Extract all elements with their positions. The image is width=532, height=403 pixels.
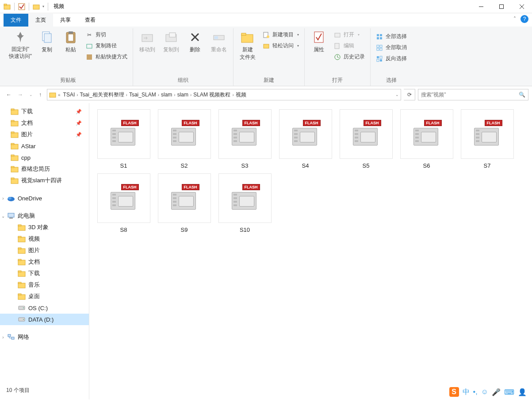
nav-quick-item[interactable]: 文档📌 <box>0 117 89 129</box>
nav-pc-item[interactable]: 下载 <box>0 268 89 279</box>
svg-rect-51 <box>11 143 14 145</box>
breadcrumb-item[interactable]: TSAI <box>62 92 76 98</box>
ime-user-icon[interactable]: 👤 <box>518 388 527 396</box>
ime-toolbar[interactable]: S 中 •, ☺ 🎤 ⌨ 👤 <box>449 387 527 397</box>
search-input[interactable] <box>421 92 519 98</box>
nav-pc-item[interactable]: 视频 <box>0 233 89 245</box>
new-folder-button[interactable]: 新建 文件夹 <box>236 28 259 63</box>
file-item[interactable]: FLASHS1 <box>94 109 153 169</box>
nav-quick-item[interactable]: AStar <box>0 140 89 152</box>
ime-punct-icon[interactable]: •, <box>473 388 478 396</box>
nav-quick-item[interactable]: cpp <box>0 152 89 163</box>
ime-mic-icon[interactable]: 🎤 <box>492 388 501 396</box>
ime-keyboard-icon[interactable]: ⌨ <box>504 388 514 396</box>
up-button[interactable]: ↑ <box>39 92 42 98</box>
rename-button[interactable]: 重命名 <box>207 28 230 55</box>
paste-button[interactable]: 粘贴 <box>59 28 82 55</box>
cut-button[interactable]: ✂剪切 <box>84 30 129 39</box>
breadcrumb-item[interactable]: slam <box>160 92 173 98</box>
history-button[interactable]: 历史记录 <box>332 52 367 61</box>
svg-rect-3 <box>33 5 39 9</box>
file-item[interactable]: FLASHS6 <box>397 109 456 169</box>
invert-selection-button[interactable]: 反向选择 <box>374 54 409 63</box>
file-view[interactable]: FLASHS1FLASHS2FLASHS3FLASHS4FLASHS5FLASH… <box>89 103 532 399</box>
open-button[interactable]: 打开▾ <box>332 30 367 39</box>
help-icon[interactable]: ? <box>521 15 528 23</box>
breadcrumb-item[interactable]: Tsai_SLAM <box>128 92 157 98</box>
nav-pc-item[interactable]: 3D 对象 <box>0 222 89 233</box>
addr-dropdown-icon[interactable]: ⌄ <box>395 92 399 97</box>
paste-shortcut-button[interactable]: 粘贴快捷方式 <box>84 52 129 61</box>
file-item[interactable]: FLASHS10 <box>215 173 275 233</box>
nav-pc-item[interactable]: OS (C:) <box>0 302 89 314</box>
file-item[interactable]: FLASHS2 <box>154 109 214 169</box>
minimize-button[interactable] <box>471 0 491 13</box>
move-to-button[interactable]: 移动到 <box>136 28 159 55</box>
recent-dropdown[interactable]: ⌄ <box>29 92 33 97</box>
navigation-pane[interactable]: 下载📌文档📌图片📌AStarcpp蔡绪忠简历视觉slam十四讲 ›OneDriv… <box>0 103 89 399</box>
nav-pc-item[interactable]: 图片 <box>0 245 89 256</box>
edit-button[interactable]: 编辑 <box>332 41 367 50</box>
refresh-button[interactable]: ⟳ <box>404 89 415 100</box>
address-bar[interactable]: « TSAI›Tsai_相关资料整理›Tsai_SLAM›slam›slam›S… <box>47 89 401 100</box>
copy-path-button[interactable]: 复制路径 <box>84 41 129 50</box>
file-item[interactable]: FLASHS5 <box>336 109 396 169</box>
nav-quick-item[interactable]: 蔡绪忠简历 <box>0 163 89 175</box>
file-item[interactable]: FLASHS4 <box>276 109 335 169</box>
ribbon: 固定到" 快速访问" 复制 粘贴 ✂剪切 复制路径 粘贴快捷方式 剪贴板 移动到… <box>0 27 532 86</box>
breadcrumb-item[interactable]: Tsai_相关资料整理 <box>79 91 125 99</box>
tab-file[interactable]: 文件 <box>4 14 28 27</box>
search-box[interactable]: 🔍 <box>418 89 528 100</box>
nav-network[interactable]: ›网络 <box>0 331 89 343</box>
file-item[interactable]: FLASHS8 <box>94 173 153 233</box>
qat-folder-icon[interactable] <box>33 3 40 10</box>
title-bar: ▾ 视频 <box>0 0 532 13</box>
file-item[interactable]: FLASHS3 <box>215 109 275 169</box>
svg-rect-11 <box>68 34 73 41</box>
new-item-button[interactable]: 新建项目▾ <box>261 30 301 39</box>
ime-lang[interactable]: 中 <box>463 388 470 397</box>
nav-pc-item[interactable]: 文档 <box>0 256 89 268</box>
properties-button[interactable]: 属性 <box>307 28 330 55</box>
nav-pc-item[interactable]: DATA (D:) <box>0 314 89 325</box>
flash-video-icon: FLASH <box>474 123 501 146</box>
file-name: S2 <box>181 162 188 169</box>
copy-button[interactable]: 复制 <box>35 28 58 55</box>
tab-share[interactable]: 共享 <box>53 14 78 27</box>
search-icon[interactable]: 🔍 <box>519 92 525 98</box>
close-button[interactable] <box>512 0 532 13</box>
copy-to-button[interactable]: 复制到 <box>160 28 183 55</box>
nav-quick-item[interactable]: 视觉slam十四讲 <box>0 175 89 186</box>
chevron-right-icon: › <box>232 92 233 97</box>
file-item[interactable]: FLASHS7 <box>457 109 517 169</box>
ribbon-collapse-icon[interactable]: ˄ <box>513 16 516 22</box>
tab-view[interactable]: 查看 <box>78 14 103 27</box>
nav-quick-item[interactable]: 图片📌 <box>0 129 89 140</box>
nav-quick-item[interactable]: 下载📌 <box>0 106 89 117</box>
svg-rect-49 <box>11 132 14 133</box>
qat-dropdown-icon[interactable]: ▾ <box>42 4 44 8</box>
maximize-button[interactable] <box>491 0 512 13</box>
file-name: S9 <box>181 226 188 233</box>
easy-access-button[interactable]: 轻松访问▾ <box>261 41 301 50</box>
forward-button[interactable]: → <box>18 92 23 98</box>
tab-home[interactable]: 主页 <box>28 14 53 27</box>
breadcrumb-item[interactable]: SLAM 视频教程 <box>192 91 231 99</box>
breadcrumb-item[interactable]: 视频 <box>235 91 247 99</box>
nav-pc-item[interactable]: 桌面 <box>0 291 89 302</box>
select-all-button[interactable]: 全部选择 <box>374 32 409 41</box>
breadcrumb-item[interactable]: slam <box>176 92 189 98</box>
select-none-button[interactable]: 全部取消 <box>374 43 409 52</box>
nav-pc-item[interactable]: 音乐 <box>0 279 89 291</box>
nav-thispc[interactable]: ⌄此电脑 <box>0 210 89 222</box>
nav-onedrive[interactable]: ›OneDrive <box>0 192 89 204</box>
back-button[interactable]: ← <box>6 92 11 98</box>
invert-icon <box>376 55 383 62</box>
pin-to-quick-access-button[interactable]: 固定到" 快速访问" <box>6 28 34 61</box>
window-controls <box>471 0 532 13</box>
ime-logo-icon[interactable]: S <box>449 387 459 397</box>
delete-button[interactable]: 删除 <box>184 28 207 55</box>
file-item[interactable]: FLASHS9 <box>154 173 214 233</box>
ime-face-icon[interactable]: ☺ <box>481 388 488 396</box>
qat-checkbox-icon[interactable] <box>18 3 25 10</box>
